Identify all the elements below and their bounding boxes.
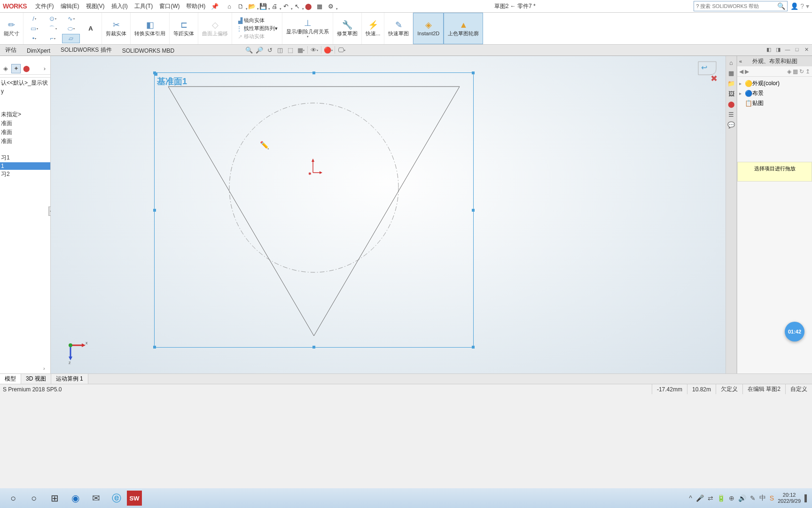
relations-button[interactable]: ⊥显示/删除几何关系▾ (284, 17, 331, 40)
zoom-fit-icon[interactable]: 🔍 (244, 46, 254, 54)
edge-icon[interactable]: ◉ (65, 489, 86, 507)
decal-node[interactable]: 📋贴图 (739, 98, 810, 108)
back-icon[interactable]: ◀ (739, 68, 743, 75)
collapse-left-icon[interactable]: ◧ (765, 47, 773, 53)
confirm-corner[interactable]: ↩ ✖ (697, 61, 721, 84)
home-icon[interactable]: ⌂ (224, 1, 234, 11)
minimize-icon[interactable]: — (784, 47, 791, 53)
menu-view[interactable]: 视图(V) (83, 1, 108, 12)
nav-icon[interactable]: ▦ (793, 68, 798, 75)
rect-icon[interactable]: ▭ (25, 24, 43, 33)
search-input[interactable] (699, 3, 777, 9)
save-icon[interactable]: 💾 (258, 1, 268, 11)
solidworks-icon[interactable]: SW (127, 491, 142, 506)
shaded-button[interactable]: ▲上色草图轮廓 (446, 19, 481, 38)
search-icon[interactable]: 🔍 (777, 2, 785, 10)
point-icon[interactable]: • (25, 34, 43, 43)
nav-icon[interactable]: ↻ (799, 68, 804, 75)
tree-item[interactable]: y (0, 87, 50, 95)
appearance-icon[interactable]: 🔴 (323, 46, 333, 54)
graphics-area[interactable]: 基准面1 ✱ ✏️ xz ↩ ✖ (51, 56, 726, 373)
sogou-icon[interactable]: S (770, 494, 774, 502)
nav-icon[interactable]: ◈ (787, 68, 791, 75)
panel-expand-icon[interactable]: › (40, 64, 49, 73)
plane-icon[interactable]: ▱ (62, 34, 80, 43)
select-icon[interactable]: ↖ (292, 1, 302, 11)
mirror-button[interactable]: ▟镜向实体 (235, 16, 266, 24)
tab-addins[interactable]: SOLIDWORKS 插件 (55, 44, 117, 56)
sync-icon[interactable]: ⇄ (708, 494, 713, 502)
view-orient-icon[interactable]: ⬚ (286, 46, 295, 54)
panel-tab-display[interactable]: ⬤ (22, 64, 31, 73)
ime-icon[interactable]: 中 (759, 494, 766, 502)
motion-tab[interactable]: 运动算例 1 (51, 374, 88, 384)
instant2d-button[interactable]: ◈Instant2D (415, 19, 441, 38)
tree-item[interactable]: 认<<默认>_显示状 (0, 79, 50, 87)
tab-mbd[interactable]: SOLIDWORKS MBD (117, 46, 180, 56)
network-icon[interactable]: ⊕ (729, 494, 734, 502)
feature-tree[interactable]: 认<<默认>_显示状 y 未指定> 准面 准面 准面 习1 1 习2 (0, 78, 50, 373)
help-dropdown[interactable]: ? ▾ (800, 2, 809, 10)
ellipse-icon[interactable]: ⬭ (62, 24, 80, 33)
taskview-icon[interactable]: ⊞ (44, 489, 65, 507)
cortana-icon[interactable]: ○ (23, 489, 44, 507)
tab-dimxpert[interactable]: DimXpert (22, 46, 55, 56)
menu-file[interactable]: 文件(F) (32, 1, 56, 12)
forum-tab-icon[interactable]: 💬 (726, 120, 736, 129)
close-icon[interactable]: ✕ (803, 47, 810, 53)
files-tab-icon[interactable]: 📁 (726, 79, 736, 88)
menu-edit[interactable]: 编辑(E) (58, 1, 82, 12)
trim-button[interactable]: ✂剪裁实体 (104, 19, 128, 38)
tree-item[interactable]: 准面 (0, 128, 50, 137)
section-icon[interactable]: ◫ (275, 46, 285, 54)
panel-tab-feature[interactable]: ◈ (1, 64, 10, 73)
search-box[interactable]: ? 🔍 (694, 1, 788, 11)
maximize-icon[interactable]: □ (793, 47, 801, 53)
zoom-area-icon[interactable]: 🔎 (255, 46, 264, 54)
tree-item[interactable]: 习2 (0, 170, 50, 179)
display-style-icon[interactable]: ▦ (296, 46, 305, 54)
view-tab-icon[interactable]: 🖼 (726, 89, 736, 98)
mic-icon[interactable]: 🎤 (696, 494, 704, 502)
tree-item-selected[interactable]: 1 (0, 162, 50, 170)
tab-evaluate[interactable]: 评估 (0, 44, 22, 56)
undo-icon[interactable]: ↶ (281, 1, 291, 11)
appearance-node[interactable]: ▸🟡外观(color) (739, 79, 810, 88)
clock[interactable]: 20:122022/9/29 (778, 492, 801, 504)
convert-button[interactable]: ◧转换实体引用 (133, 19, 167, 38)
chevron-up-icon[interactable]: ^ (689, 494, 692, 502)
appearance-tab-icon[interactable]: ⬤ (726, 99, 736, 109)
home-tab-icon[interactable]: ⌂ (726, 58, 736, 67)
text-icon[interactable]: A (82, 24, 100, 33)
pen-icon[interactable]: ✎ (750, 494, 756, 502)
menu-tools[interactable]: 工具(T) (132, 1, 156, 12)
props-tab-icon[interactable]: ☰ (726, 110, 736, 119)
scene-node[interactable]: ▸🔵布景 (739, 88, 810, 98)
line-icon[interactable]: / (25, 14, 43, 24)
repair-button[interactable]: 🔧修复草图 (335, 19, 359, 38)
collapse-right-icon[interactable]: ◨ (774, 47, 782, 53)
appearance-tree[interactable]: ▸🟡外观(color) ▸🔵布景 📋贴图 (737, 77, 812, 110)
start-icon[interactable]: ○ (3, 489, 23, 507)
open-icon[interactable]: 📂 (247, 1, 257, 11)
hide-show-icon[interactable]: 👁 (310, 46, 319, 54)
menu-insert[interactable]: 插入(I) (109, 1, 131, 12)
pattern-button[interactable]: ⋮⋮线性草图阵列 ▾ (235, 24, 279, 32)
options-icon[interactable]: ▦ (314, 1, 325, 11)
fwd-icon[interactable]: ▶ (745, 68, 749, 75)
notifications-icon[interactable]: ▌ (804, 494, 809, 502)
tree-item[interactable]: 准面 (0, 119, 50, 128)
menu-window[interactable]: 窗口(W) (156, 1, 182, 12)
tree-item[interactable]: 准面 (0, 137, 50, 146)
smart-dimension-button[interactable]: ✏能尺寸 (2, 19, 21, 38)
tree-item[interactable]: 习1 (0, 153, 50, 162)
tree-item[interactable]: 未指定> (0, 110, 50, 119)
prev-view-icon[interactable]: ↺ (265, 46, 274, 54)
library-tab-icon[interactable]: ▦ (726, 68, 736, 78)
arc-icon[interactable]: ⌒ (44, 24, 62, 33)
ie-icon[interactable]: ⓔ (106, 489, 127, 507)
scene-icon[interactable]: 🖵 (337, 46, 346, 54)
fillet-icon[interactable]: ⌐ (44, 34, 62, 43)
3dview-tab[interactable]: 3D 视图 (21, 374, 51, 384)
menu-help[interactable]: 帮助(H) (183, 1, 208, 12)
